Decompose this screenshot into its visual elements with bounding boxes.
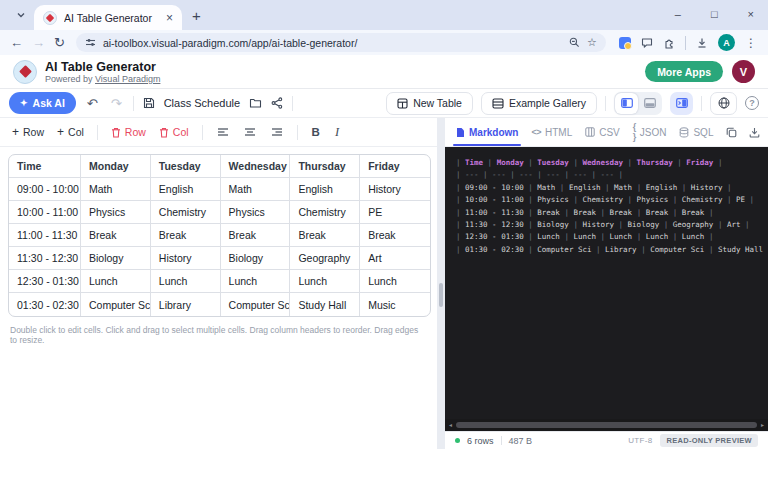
layout-right-panel-button[interactable] bbox=[670, 92, 693, 115]
save-icon[interactable] bbox=[143, 97, 155, 109]
align-right-button[interactable] bbox=[270, 127, 284, 137]
table-cell[interactable]: Break bbox=[221, 224, 291, 247]
tab-markdown[interactable]: Markdown bbox=[456, 118, 518, 146]
table-cell[interactable]: Geography bbox=[290, 247, 360, 270]
table-cell[interactable]: Music bbox=[360, 293, 430, 316]
tab-csv[interactable]: CSV bbox=[585, 118, 620, 146]
bookmark-star-icon[interactable]: ☆ bbox=[587, 37, 597, 48]
table-cell[interactable]: 01:30 - 02:30 bbox=[9, 293, 81, 316]
browser-profile-avatar[interactable]: A bbox=[718, 34, 735, 51]
align-center-button[interactable] bbox=[243, 127, 257, 137]
extensions-puzzle-icon[interactable] bbox=[663, 37, 675, 49]
browser-menu-icon[interactable]: ⋮ bbox=[745, 36, 757, 50]
column-header[interactable]: Time bbox=[9, 155, 81, 178]
table-cell[interactable]: 09:00 - 10:00 bbox=[9, 178, 81, 201]
scroll-left-icon[interactable]: ◂ bbox=[449, 422, 452, 428]
undo-button[interactable]: ↶ bbox=[85, 97, 100, 110]
table-cell[interactable]: Art bbox=[360, 247, 430, 270]
browser-tab[interactable]: AI Table Generator × bbox=[34, 5, 182, 30]
tab-close-icon[interactable]: × bbox=[166, 12, 173, 24]
layout-split-horizontal-button[interactable] bbox=[638, 93, 661, 114]
table-cell[interactable]: Break bbox=[81, 224, 151, 247]
user-avatar[interactable]: V bbox=[732, 60, 755, 83]
example-gallery-button[interactable]: Example Gallery bbox=[481, 92, 597, 115]
table-cell[interactable]: 10:00 - 11:00 bbox=[9, 201, 81, 224]
site-settings-icon[interactable] bbox=[85, 37, 96, 48]
column-header[interactable]: Tuesday bbox=[151, 155, 221, 178]
download-button[interactable] bbox=[749, 127, 760, 138]
ask-ai-button[interactable]: ✦ Ask AI bbox=[9, 92, 76, 114]
table-cell[interactable]: Chemistry bbox=[290, 201, 360, 224]
scrollbar-thumb[interactable] bbox=[456, 422, 757, 428]
table-cell[interactable]: Math bbox=[221, 178, 291, 201]
table-cell[interactable]: PE bbox=[360, 201, 430, 224]
tab-json[interactable]: { } JSON bbox=[633, 118, 667, 146]
italic-button[interactable]: I bbox=[334, 125, 340, 140]
back-button[interactable]: ← bbox=[10, 36, 23, 49]
more-apps-button[interactable]: More Apps bbox=[645, 61, 723, 82]
add-column-button[interactable]: +Col bbox=[57, 126, 84, 138]
new-table-button[interactable]: New Table bbox=[386, 92, 473, 115]
table-cell[interactable]: Computer Sci bbox=[81, 293, 151, 316]
table-cell[interactable]: Break bbox=[151, 224, 221, 247]
scroll-right-icon[interactable]: ▸ bbox=[761, 422, 764, 428]
table-cell[interactable]: Break bbox=[360, 224, 430, 247]
help-icon[interactable]: ? bbox=[745, 96, 759, 110]
table-cell[interactable]: English bbox=[151, 178, 221, 201]
delete-row-button[interactable]: Row bbox=[111, 126, 146, 138]
column-header[interactable]: Monday bbox=[81, 155, 151, 178]
maximize-button[interactable]: □ bbox=[711, 8, 718, 20]
tab-search-button[interactable] bbox=[10, 4, 32, 26]
table-cell[interactable]: Lunch bbox=[221, 270, 291, 293]
minimize-button[interactable]: – bbox=[675, 8, 681, 20]
table-cell[interactable]: History bbox=[151, 247, 221, 270]
table-cell[interactable]: Biology bbox=[81, 247, 151, 270]
column-header[interactable]: Wednesday bbox=[221, 155, 291, 178]
table-cell[interactable]: 11:00 - 11:30 bbox=[9, 224, 81, 247]
layout-split-vertical-button[interactable] bbox=[615, 93, 638, 114]
forward-button[interactable]: → bbox=[32, 36, 45, 49]
table-cell[interactable]: Lunch bbox=[81, 270, 151, 293]
table-cell[interactable]: Study Hall bbox=[290, 293, 360, 316]
add-row-button[interactable]: +Row bbox=[12, 126, 44, 138]
open-folder-icon[interactable] bbox=[249, 97, 262, 109]
table-cell[interactable]: History bbox=[360, 178, 430, 201]
column-header[interactable]: Friday bbox=[360, 155, 430, 178]
table-cell[interactable]: 11:30 - 12:30 bbox=[9, 247, 81, 270]
language-button[interactable] bbox=[710, 92, 737, 115]
table-cell[interactable]: Physics bbox=[81, 201, 151, 224]
table-cell[interactable]: Break bbox=[290, 224, 360, 247]
table-cell[interactable]: Lunch bbox=[360, 270, 430, 293]
copy-button[interactable] bbox=[726, 127, 737, 138]
new-tab-button[interactable]: + bbox=[192, 8, 201, 23]
close-button[interactable]: × bbox=[748, 8, 754, 20]
tab-html[interactable]: <> HTML bbox=[531, 118, 572, 146]
align-left-button[interactable] bbox=[216, 127, 230, 137]
table-cell[interactable]: Lunch bbox=[290, 270, 360, 293]
side-panel-comment-icon[interactable] bbox=[641, 37, 653, 49]
panel-resize-gutter[interactable] bbox=[437, 118, 445, 449]
table-cell[interactable]: Chemistry bbox=[151, 201, 221, 224]
address-bar[interactable]: ai-toolbox.visual-paradigm.com/app/ai-ta… bbox=[76, 33, 606, 52]
markdown-code-view[interactable]: | Time | Monday | Tuesday | Wednesday | … bbox=[445, 147, 768, 419]
visual-paradigm-link[interactable]: Visual Paradigm bbox=[95, 74, 160, 84]
document-name[interactable]: Class Schedule bbox=[164, 97, 240, 109]
table-cell[interactable]: Computer Sci bbox=[221, 293, 291, 316]
column-header[interactable]: Thursday bbox=[290, 155, 360, 178]
table-cell[interactable]: Physics bbox=[221, 201, 291, 224]
table-cell[interactable]: Math bbox=[81, 178, 151, 201]
table-cell[interactable]: Library bbox=[151, 293, 221, 316]
tab-sql[interactable]: SQL bbox=[679, 118, 713, 146]
table-cell[interactable]: Biology bbox=[221, 247, 291, 270]
redo-button[interactable]: ↷ bbox=[109, 97, 124, 110]
extension-shortcut-icon[interactable] bbox=[619, 37, 631, 49]
resize-handle[interactable] bbox=[439, 283, 443, 307]
reload-button[interactable]: ↻ bbox=[54, 36, 65, 49]
share-icon[interactable] bbox=[271, 97, 283, 109]
downloads-icon[interactable] bbox=[696, 37, 708, 49]
zoom-indicator-icon[interactable] bbox=[569, 37, 580, 48]
table-cell[interactable]: Lunch bbox=[151, 270, 221, 293]
delete-column-button[interactable]: Col bbox=[159, 126, 189, 138]
table-cell[interactable]: English bbox=[290, 178, 360, 201]
horizontal-scrollbar[interactable]: ◂ ▸ bbox=[445, 419, 768, 431]
